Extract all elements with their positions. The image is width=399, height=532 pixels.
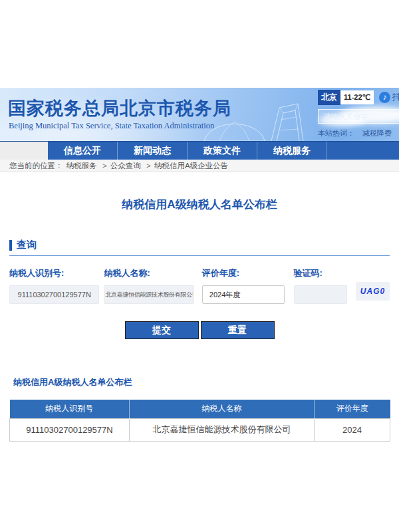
douyin-link[interactable]: ♪ 抖音 xyxy=(379,92,399,103)
cctv-tower-sketch xyxy=(266,100,307,141)
taxpayer-name-label: 纳税人名称: xyxy=(104,267,194,279)
submit-button[interactable]: 提交 xyxy=(125,321,199,339)
nav-tab-information[interactable]: 信息公开 xyxy=(48,142,118,160)
table-row: 91110302700129577N 北京嘉捷恒信能源技术股份有限公司 2024 xyxy=(10,418,390,441)
query-form: 纳税人识别号: 纳税人名称: 评价年度: 验证码: UAG0 xyxy=(9,267,390,304)
site-title: 国家税务总局北京市税务局 xyxy=(8,96,231,120)
reset-button[interactable]: 重置 xyxy=(201,321,275,339)
taxpayer-name-input[interactable] xyxy=(104,285,194,304)
top-whitespace xyxy=(0,0,399,88)
section-divider xyxy=(9,255,390,256)
hotword-link[interactable]: 减税降费 xyxy=(362,129,392,137)
query-section-title: 查询 xyxy=(17,239,37,251)
query-section-header: 查询 xyxy=(9,239,390,251)
nav-tab-news[interactable]: 新闻动态 xyxy=(118,142,188,160)
site-banner: 国家税务总局北京市税务局 Beijing Municipal Tax Servi… xyxy=(0,88,399,141)
captcha-input[interactable] xyxy=(294,285,347,304)
cell-evaluation-year: 2024 xyxy=(315,418,390,441)
breadcrumb-separator: > xyxy=(146,162,151,170)
nav-tab-policy[interactable]: 政策文件 xyxy=(188,142,257,160)
results-header-row: 纳税人识别号 纳税人名称 评价年度 xyxy=(10,400,390,418)
cell-taxpayer-id: 91110302700129577N xyxy=(10,418,130,441)
form-buttons: 提交 重置 xyxy=(9,321,390,339)
site-subtitle: Beijing Municipal Tax Service, State Tax… xyxy=(9,121,214,131)
breadcrumb-prefix: 您当前的位置： xyxy=(9,162,63,170)
hotwords-prefix: 本站热词： xyxy=(318,129,354,137)
evaluation-year-field-group: 评价年度: xyxy=(202,267,285,304)
captcha-label: 验证码: xyxy=(294,267,347,279)
cell-taxpayer-name: 北京嘉捷恒信能源技术股份有限公司 xyxy=(130,418,315,441)
results-table: 纳税人识别号 纳税人名称 评价年度 91110302700129577N 北京嘉… xyxy=(9,400,390,442)
taxpayer-name-field-group: 纳税人名称: xyxy=(104,267,194,304)
column-header-taxpayer-id: 纳税人识别号 xyxy=(10,400,130,418)
results-title: 纳税信用A级纳税人名单公布栏 xyxy=(9,376,390,388)
nav-left-spacer xyxy=(0,142,48,160)
douyin-icon: ♪ xyxy=(379,92,390,103)
city-badge: 北京 xyxy=(318,90,340,105)
evaluation-year-label: 评价年度: xyxy=(202,267,285,279)
taxpayer-id-label: 纳税人识别号: xyxy=(9,267,99,279)
captcha-image-group: UAG0 xyxy=(356,267,390,304)
nav-filler xyxy=(327,142,399,160)
main-content: 纳税信用A级纳税人名单公布栏 查询 纳税人识别号: 纳税人名称: 评价年度: 验… xyxy=(0,197,399,442)
column-header-taxpayer-name: 纳税人名称 xyxy=(130,400,315,418)
evaluation-year-input[interactable] xyxy=(202,285,285,304)
site-search-input[interactable] xyxy=(318,109,399,124)
hotwords-row: 本站热词： 减税降费 个税 增值税 xyxy=(318,128,399,138)
breadcrumb: 您当前的位置： 纳税服务 > 公众查询 > 纳税信用A级企业公告 xyxy=(0,160,399,172)
breadcrumb-item[interactable]: 公众查询 xyxy=(110,162,141,170)
column-header-evaluation-year: 评价年度 xyxy=(315,400,390,418)
taxpayer-id-input[interactable] xyxy=(9,285,99,304)
nav-tab-tax-service[interactable]: 纳税服务 xyxy=(257,142,327,160)
breadcrumb-item[interactable]: 纳税服务 xyxy=(66,162,97,170)
breadcrumb-separator: > xyxy=(102,162,107,170)
taxpayer-id-field-group: 纳税人识别号: xyxy=(9,267,99,304)
banner-widgets: 北京 11-22℃ ♪ 抖音 微博 本站热词： 减税降费 个税 增值税 xyxy=(318,90,399,138)
main-nav: 信息公开 新闻动态 政策文件 纳税服务 xyxy=(0,141,399,160)
section-accent-bar xyxy=(9,240,12,251)
page-title: 纳税信用A级纳税人名单公布栏 xyxy=(9,197,390,212)
captcha-field-group: 验证码: xyxy=(294,267,347,304)
captcha-code-image[interactable]: UAG0 xyxy=(356,282,390,301)
breadcrumb-item[interactable]: 纳税信用A级企业公告 xyxy=(154,162,228,170)
weather-temperature: 11-22℃ xyxy=(340,90,374,104)
